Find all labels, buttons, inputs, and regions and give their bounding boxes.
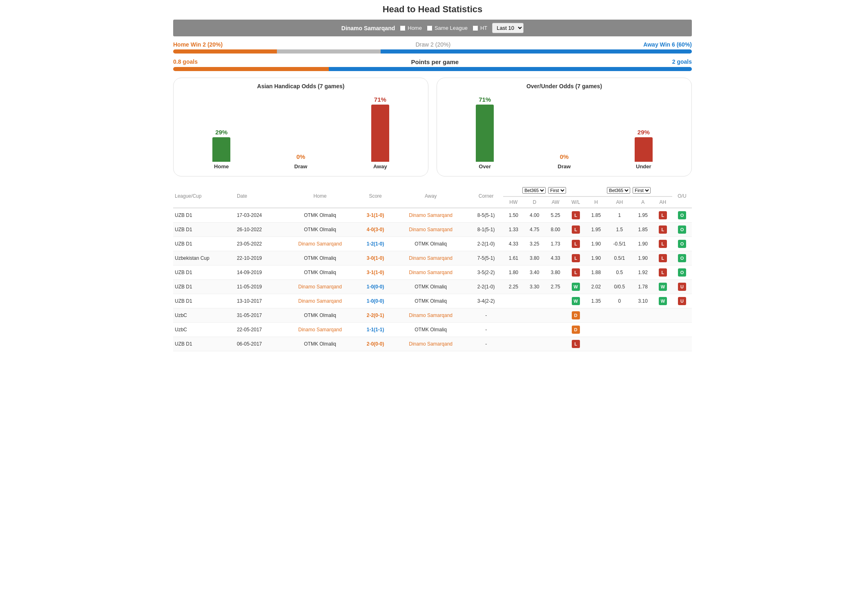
cell-date: 22-05-2017 — [235, 323, 282, 337]
cell-h: 1.90 — [586, 251, 606, 266]
cell-a — [633, 308, 653, 323]
cell-ah — [606, 323, 632, 337]
ou-under-bar — [635, 137, 653, 162]
cell-d: 3.40 — [524, 266, 545, 280]
badge-o: O — [678, 225, 686, 234]
th-ah2: AH — [653, 196, 672, 208]
cell-home: Dinamo Samarqand — [282, 280, 359, 294]
wdl-section: Home Win 2 (20%) Draw 2 (20%) Away Win 6… — [173, 41, 692, 54]
cell-league: UZB D1 — [173, 337, 235, 351]
cell-ou: O — [672, 208, 692, 223]
ou-draw-item: 0% Draw — [552, 153, 576, 170]
th-ah: AH — [606, 196, 632, 208]
ht-filter[interactable]: HT — [473, 25, 487, 31]
last-n-select[interactable]: Last 10 Last 5 Last 20 All — [492, 23, 524, 33]
cell-date: 06-05-2017 — [235, 337, 282, 351]
ah-home-item: 29% Home — [209, 129, 234, 170]
cell-ah: 1.5 — [606, 223, 632, 237]
ppg-away-seg — [329, 67, 692, 71]
bet365-select-1[interactable]: Bet365 — [522, 187, 546, 194]
badge-u: U — [678, 297, 686, 305]
cell-ou — [672, 337, 692, 351]
cell-hw: 1.33 — [503, 223, 524, 237]
ht-checkbox[interactable] — [473, 25, 478, 31]
table-section: League/Cup Date Home Score Away Corner B… — [173, 185, 692, 351]
cell-aw: 3.80 — [545, 266, 566, 280]
badge-l: L — [572, 240, 580, 248]
cell-ah2: L — [653, 251, 672, 266]
cell-ou: O — [672, 237, 692, 251]
home-checkbox[interactable] — [400, 25, 406, 31]
cell-score: 3-1(1-0) — [359, 208, 392, 223]
cell-a: 1.85 — [633, 223, 653, 237]
cell-hw: 4.33 — [503, 237, 524, 251]
th-ou: O/U — [672, 185, 692, 208]
badge-l: L — [572, 268, 580, 277]
cell-h — [586, 308, 606, 323]
table-row: UzbC 31-05-2017 OTMK Olmaliq 2-2(0-1) Di… — [173, 308, 692, 323]
cell-hw: 2.25 — [503, 280, 524, 294]
first-select-2[interactable]: First — [633, 187, 651, 194]
same-league-checkbox[interactable] — [427, 25, 432, 31]
cell-wl: L — [566, 337, 586, 351]
cell-corner: 8-1(5-1) — [469, 223, 503, 237]
over-under-bars: 71% Over 0% Draw 29% Under — [441, 96, 687, 170]
cell-d: 4.75 — [524, 223, 545, 237]
cell-ou: U — [672, 294, 692, 308]
home-seg — [173, 49, 277, 54]
ah-away-bar — [371, 105, 389, 162]
cell-a — [633, 323, 653, 337]
cell-d — [524, 337, 545, 351]
filter-bar: Dinamo Samarqand Home Same League HT Las… — [173, 20, 692, 36]
ah-home-label: Home — [214, 163, 229, 170]
draw-seg — [277, 49, 381, 54]
home-filter[interactable]: Home — [400, 25, 422, 31]
cell-d: 3.25 — [524, 237, 545, 251]
table-row: Uzbekistan Cup 22-10-2019 OTMK Olmaliq 3… — [173, 251, 692, 266]
ppg-bar — [173, 67, 692, 71]
ou-under-label: Under — [636, 163, 651, 170]
wdl-bar — [173, 49, 692, 54]
ou-draw-label: Draw — [558, 163, 571, 170]
cell-aw — [545, 308, 566, 323]
bet365-select-2[interactable]: Bet365 — [607, 187, 630, 194]
cell-h: 1.35 — [586, 294, 606, 308]
cell-aw — [545, 323, 566, 337]
cell-hw — [503, 308, 524, 323]
badge-l: L — [572, 340, 580, 348]
th-away: Away — [392, 185, 469, 208]
ah-away-pct: 71% — [374, 96, 386, 103]
cell-a: 1.78 — [633, 280, 653, 294]
cell-aw: 8.00 — [545, 223, 566, 237]
cell-ah2: L — [653, 237, 672, 251]
cell-h: 2.02 — [586, 280, 606, 294]
cell-home: Dinamo Samarqand — [282, 323, 359, 337]
cell-ah2: L — [653, 266, 672, 280]
cell-corner: - — [469, 308, 503, 323]
cell-score: 2-2(0-1) — [359, 308, 392, 323]
badge-u: U — [678, 283, 686, 291]
cell-aw: 1.73 — [545, 237, 566, 251]
cell-ah2 — [653, 323, 672, 337]
cell-wl: W — [566, 280, 586, 294]
first-select-1[interactable]: First — [548, 187, 566, 194]
cell-away: Dinamo Samarqand — [392, 208, 469, 223]
cell-league: UZB D1 — [173, 223, 235, 237]
cell-ah2 — [653, 337, 672, 351]
badge-o: O — [678, 211, 686, 219]
cell-d — [524, 323, 545, 337]
cell-league: UZB D1 — [173, 280, 235, 294]
badge-l: L — [659, 254, 667, 262]
th-league: League/Cup — [173, 185, 235, 208]
ou-over-label: Over — [479, 163, 491, 170]
cell-a: 1.92 — [633, 266, 653, 280]
cell-corner: 2-2(1-0) — [469, 237, 503, 251]
same-league-filter[interactable]: Same League — [427, 25, 468, 31]
cell-wl: L — [566, 237, 586, 251]
ou-over-bar — [476, 105, 494, 162]
cell-away: Dinamo Samarqand — [392, 266, 469, 280]
cell-corner: 8-5(5-1) — [469, 208, 503, 223]
cell-wl: D — [566, 308, 586, 323]
cell-ou: O — [672, 251, 692, 266]
th-date: Date — [235, 185, 282, 208]
